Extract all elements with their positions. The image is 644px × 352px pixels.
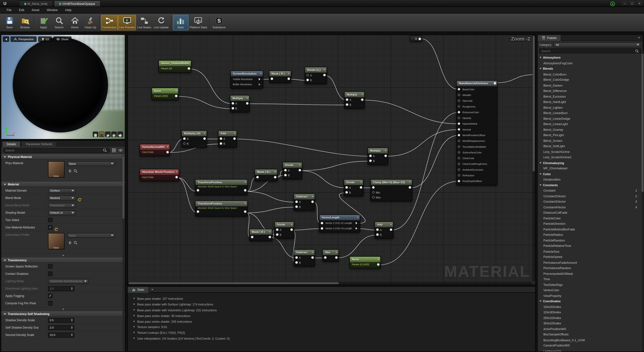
palette-item-mf-chromakeyer[interactable]: MF_Chromakeyer: [538, 166, 643, 171]
menu-edit[interactable]: Edit: [16, 7, 28, 13]
section-header-translucency-self-shadowing[interactable]: Translucency Self Shadowing: [1, 311, 125, 317]
node-mask-r[interactable]: Mask ( R ): [269, 70, 291, 83]
palette-item-perinstancefadeamount[interactable]: PerInstanceFadeAmount: [538, 260, 643, 265]
node-add[interactable]: AddAB: [218, 131, 237, 148]
tab-parameter-defaults[interactable]: Parameter Defaults: [21, 141, 57, 147]
input-pin[interactable]: [458, 105, 460, 108]
contact-shadows-checkbox[interactable]: [48, 271, 53, 276]
node-none[interactable]: NoneParam (0,1633): [350, 256, 381, 269]
pin[interactable]: [175, 95, 178, 97]
palette-item-lerp-scratchgrime[interactable]: Lerp_ScratchGrime: [538, 149, 643, 155]
pin[interactable]: [256, 176, 259, 178]
decal-blend-mode-dropdown[interactable]: Translucent: [48, 203, 76, 208]
palette-item-boundingboxbased-0-1-uvw[interactable]: BoundingBoxBased_0-1_UVW: [538, 337, 643, 343]
pin[interactable]: [361, 98, 364, 101]
pin[interactable]: [311, 201, 314, 203]
lighting-mode-dropdown[interactable]: Volumetric NonDirectional: [48, 279, 89, 284]
pin[interactable]: [232, 102, 234, 105]
pin[interactable]: [295, 261, 298, 264]
input-pin[interactable]: [458, 122, 460, 125]
palette-group-coordinates[interactable]: Coordinates: [538, 299, 643, 304]
input-pin[interactable]: [458, 139, 460, 142]
toolbar-button-apply[interactable]: Apply: [36, 15, 51, 30]
palette-item-particlerandom[interactable]: ParticleRandom: [538, 238, 643, 243]
pin[interactable]: [197, 189, 199, 191]
node-multiply[interactable]: MultiplyAB: [230, 95, 250, 112]
visibility-filter-icon[interactable]: [118, 148, 123, 153]
node-multiply-10[interactable]: Multiply(,10)AB: [182, 131, 207, 148]
section-expander[interactable]: [1, 253, 125, 257]
source-control-sync-icon[interactable]: [610, 1, 615, 6]
node-0[interactable]: 0: [410, 36, 422, 41]
toolbar-button-connectors[interactable]: Connectors: [101, 15, 118, 30]
palette-item-1dto2dindex[interactable]: 1Dto2DIndex: [538, 304, 643, 310]
second-density-scale-field[interactable]: 10.0: [48, 333, 74, 337]
palette-item-particlerelativetime[interactable]: ParticleRelativeTime: [538, 243, 643, 249]
node-subtract[interactable]: SubtractAB: [294, 249, 315, 267]
palette-item-camerapositionws[interactable]: CameraPositionWS: [538, 343, 643, 348]
use-material-attributes-checkbox[interactable]: ✓: [48, 225, 53, 230]
palette-item-viewproperty[interactable]: ViewProperty: [538, 293, 643, 299]
pin[interactable]: [321, 227, 323, 230]
pin[interactable]: [276, 233, 278, 236]
pin[interactable]: [203, 137, 206, 140]
palette-item-particlespeed[interactable]: ParticleSpeed: [538, 254, 643, 260]
grid-view-icon[interactable]: [111, 148, 117, 153]
toolbar-button-live-nodes[interactable]: Live Nodes: [136, 15, 152, 30]
compute-fog-per-pixel-checkbox[interactable]: [48, 301, 53, 306]
input-pin[interactable]: [458, 179, 460, 182]
preview-shape-mesh-button[interactable]: [118, 132, 123, 137]
menu-window[interactable]: Window: [44, 7, 61, 13]
palette-item-blend-linearlight[interactable]: Blend_LinearLight: [538, 121, 643, 127]
palette-item-particlemotionblurfade[interactable]: ParticleMotionBlurFade: [538, 227, 643, 232]
node-clamp-min-0-max-10[interactable]: Clamp (Min=0) (Max=10)MinMax: [370, 179, 412, 201]
pin[interactable]: [295, 256, 298, 259]
subsurface-profile-dropdown[interactable]: None: [67, 233, 116, 238]
pin[interactable]: [372, 186, 375, 189]
pin[interactable]: [346, 186, 348, 189]
input-pin[interactable]: [458, 145, 460, 148]
menu-help[interactable]: Help: [62, 7, 75, 13]
pin[interactable]: [276, 228, 278, 231]
palette-item-time[interactable]: Time: [538, 276, 643, 282]
palette-item-blend-linearburn[interactable]: Blend_LinearBurn: [538, 110, 643, 116]
node-transformposition[interactable]: TransformPositionAbsolute World Space to…: [195, 201, 248, 217]
graph-horizontal-scrollbar[interactable]: [128, 282, 532, 285]
pin[interactable]: [335, 256, 338, 259]
reset-icon[interactable]: [54, 226, 58, 229]
palette-item-blend-screen[interactable]: Blend_Screen: [538, 138, 643, 144]
magnifier-icon[interactable]: [74, 239, 78, 243]
input-pin[interactable]: [458, 162, 460, 165]
pin[interactable]: [271, 78, 273, 80]
toolbar-button-substance[interactable]: SSubstance: [211, 15, 227, 30]
pin[interactable]: [274, 176, 276, 178]
preview-shape-cube-button[interactable]: [111, 132, 117, 137]
pin[interactable]: [372, 196, 375, 199]
node-divide[interactable]: DivideAB: [344, 179, 364, 196]
viewport-perspective-button[interactable]: Perspective: [11, 36, 36, 42]
pin[interactable]: [409, 186, 411, 189]
input-pin[interactable]: [458, 111, 460, 113]
node-mtoon-outlinewidth[interactable]: mtoon_OutlineWidthParam (0): [158, 60, 191, 72]
palette-scrollbar[interactable]: [642, 51, 643, 351]
pin[interactable]: [183, 142, 186, 145]
back-arrow-icon[interactable]: [68, 167, 72, 171]
palette-item-blend-exclusion[interactable]: Blend_Exclusion: [538, 94, 643, 99]
pin[interactable]: [232, 107, 234, 110]
pin[interactable]: [233, 137, 236, 140]
palette-item-distancecullfade[interactable]: DistanceCullFade: [538, 210, 643, 215]
material-domain-dropdown[interactable]: Surface: [48, 188, 76, 193]
tab-details[interactable]: Details: [2, 141, 20, 147]
pin[interactable]: [244, 189, 246, 191]
palette-item-desaturation[interactable]: Desaturation: [538, 177, 643, 182]
toolbar-button-clean-up[interactable]: Clean Up: [82, 15, 98, 30]
asset-thumbnail[interactable]: None: [48, 233, 64, 249]
input-pin[interactable]: [458, 157, 460, 159]
pin[interactable]: [251, 236, 254, 238]
viewport-lit-button[interactable]: Lit: [38, 36, 52, 42]
palette-item-actorpositionws[interactable]: ActorPositionWS: [538, 326, 643, 332]
details-scrollbar[interactable]: [122, 155, 124, 351]
preview-shape-cylinder-button[interactable]: [93, 132, 98, 137]
node-vertexnormalws[interactable]: VertexNormalWSInput Data: [140, 144, 170, 156]
pin[interactable]: [244, 210, 246, 213]
